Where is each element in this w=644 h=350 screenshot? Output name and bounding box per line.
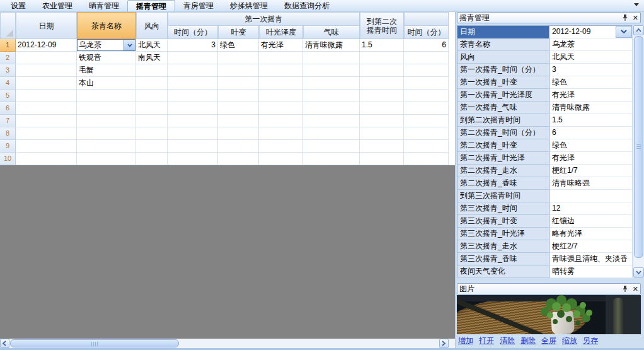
cell-t1-smell[interactable] [303, 153, 360, 165]
column-header-t1-time[interactable]: 时间（分） [168, 25, 218, 39]
property-label[interactable]: 第一次摇青_气味 [457, 102, 549, 114]
column-header-to-second-shake[interactable]: 到第二次摇青时间 [360, 12, 404, 39]
cell-t1-leaf[interactable] [218, 77, 259, 90]
column-header-wind[interactable]: 风向 [136, 12, 168, 39]
cell-t2-time[interactable]: 6 [404, 39, 449, 52]
cell-wind[interactable] [136, 102, 168, 115]
property-row[interactable]: 第二次摇青_走水梗红1/7 [457, 165, 632, 177]
group-header-second-shake[interactable] [404, 12, 449, 26]
property-value[interactable]: 1.5 [549, 114, 632, 127]
horizontal-scrollbar[interactable] [0, 339, 455, 348]
cell-t1-time[interactable] [168, 153, 218, 165]
cell-tea[interactable]: 铁观音 [77, 52, 136, 64]
property-label[interactable]: 第二次摇青_走水 [457, 165, 549, 177]
tab-roast-knead-bake[interactable]: 炒揉烘管理 [222, 0, 276, 11]
property-value[interactable]: 有光泽 [549, 152, 632, 165]
cell-t1-time[interactable] [168, 102, 218, 115]
cell-t1-smell[interactable] [303, 77, 360, 90]
chevron-down-icon[interactable] [124, 40, 135, 50]
cell-t2-time[interactable] [404, 52, 449, 64]
pin-icon[interactable] [622, 14, 628, 21]
scrollbar-thumb[interactable] [634, 36, 643, 258]
cell-t1-gloss[interactable] [259, 140, 303, 153]
property-label[interactable]: 第三次摇青_叶光泽 [457, 228, 549, 240]
column-header-t1-gloss[interactable]: 叶光泽度 [259, 25, 303, 39]
cell-t1-leaf[interactable] [218, 64, 259, 77]
cell-date[interactable] [16, 90, 77, 102]
cell-wind[interactable] [136, 140, 168, 153]
cell-t1-time[interactable] [168, 77, 218, 90]
property-label[interactable]: 第三次摇青_香味 [457, 253, 549, 265]
property-label[interactable]: 夜间天气变化 [457, 265, 549, 278]
cell-t1-leaf[interactable] [218, 102, 259, 115]
cell-t1-leaf[interactable] [218, 115, 259, 127]
cell-t1-smell[interactable] [303, 140, 360, 153]
cell-to2[interactable] [360, 52, 404, 64]
zoom-link[interactable]: 缩放 [562, 336, 577, 345]
property-value[interactable] [549, 190, 632, 202]
property-label[interactable]: 第二次摇青_时间（分） [457, 127, 549, 139]
cell-to2[interactable] [360, 127, 404, 140]
table-row[interactable]: 1 2012-12-09 乌龙茶 北风天 3 绿色 有光泽 清青味微露 1.5 … [0, 39, 449, 52]
cell-tea[interactable] [77, 140, 136, 153]
cell-t1-gloss[interactable] [259, 52, 303, 64]
property-label[interactable]: 第三次摇青_时间 [457, 202, 549, 215]
cell-date[interactable] [16, 102, 77, 115]
property-label[interactable]: 风向 [457, 51, 549, 64]
cell-t1-leaf[interactable] [218, 140, 259, 153]
property-value[interactable]: 晴转雾 [549, 265, 632, 278]
property-row[interactable]: 第三次摇青_时间12 [457, 202, 632, 215]
open-link[interactable]: 打开 [479, 336, 494, 345]
table-row[interactable]: 7 [0, 115, 449, 127]
cell-t1-gloss[interactable] [259, 64, 303, 77]
property-value[interactable]: 略有光泽 [549, 228, 632, 240]
cell-to2[interactable]: 1.5 [360, 39, 404, 52]
fullscreen-link[interactable]: 全屏 [541, 336, 556, 345]
cell-t1-gloss[interactable] [259, 153, 303, 165]
cell-wind[interactable] [136, 153, 168, 165]
property-row[interactable]: 第二次摇青_叶光泽有光泽 [457, 152, 632, 165]
property-row[interactable]: 风向北风天 [457, 51, 632, 64]
cell-tea[interactable] [77, 153, 136, 165]
property-value[interactable]: 绿色 [549, 139, 632, 152]
property-label[interactable]: 第一次摇青_时间（分） [457, 64, 549, 76]
cell-t1-smell[interactable] [303, 115, 360, 127]
property-value[interactable]: 乌龙茶 [549, 38, 632, 51]
cell-date[interactable]: 2012-12-09 [16, 39, 77, 52]
cell-t2-time[interactable] [404, 64, 449, 77]
column-header-t1-smell[interactable]: 气味 [303, 25, 360, 39]
tab-sun-drying[interactable]: 晒青管理 [81, 0, 127, 11]
table-row[interactable]: 3 毛蟹 [0, 64, 449, 77]
row-number[interactable]: 3 [0, 64, 16, 77]
row-number[interactable]: 1 [0, 39, 16, 52]
table-row[interactable]: 2 铁观音 南风天 [0, 52, 449, 64]
cell-t1-time[interactable] [168, 52, 218, 64]
property-value[interactable]: 青味强且清纯、夹淡香 [549, 253, 632, 265]
property-row[interactable]: 第一次摇青_叶光泽度有光泽 [457, 89, 632, 102]
property-value[interactable]: 12 [549, 202, 632, 215]
property-label[interactable]: 第二次摇青_香味 [457, 177, 549, 190]
close-icon[interactable]: ✕ [633, 284, 638, 294]
cell-tea[interactable] [77, 90, 136, 102]
cell-tea[interactable]: 本山 [77, 77, 136, 90]
cell-t1-time[interactable] [168, 90, 218, 102]
add-link[interactable]: 增加 [458, 336, 473, 345]
property-label[interactable]: 第三次摇青_走水 [457, 240, 549, 253]
cell-t1-smell[interactable] [303, 127, 360, 140]
scroll-down-button[interactable] [633, 267, 644, 277]
scroll-right-button[interactable] [439, 339, 449, 348]
property-value[interactable]: 有光泽 [549, 89, 632, 102]
chevron-down-icon[interactable] [616, 26, 632, 38]
column-header-date[interactable]: 日期 [16, 12, 77, 39]
cell-t1-time[interactable] [168, 127, 218, 140]
scroll-left-button[interactable] [0, 339, 9, 348]
property-label[interactable]: 第三次摇青_叶变 [457, 215, 549, 228]
column-header-tea-name[interactable]: 茶青名称 [77, 12, 136, 39]
cell-wind[interactable] [136, 115, 168, 127]
cell-t1-leaf[interactable] [218, 127, 259, 140]
cell-wind[interactable] [136, 90, 168, 102]
cell-date[interactable] [16, 64, 77, 77]
select-all-corner[interactable] [0, 12, 16, 39]
cell-t1-smell[interactable] [303, 52, 360, 64]
property-row[interactable]: 到第三次摇青时间 [457, 190, 632, 202]
